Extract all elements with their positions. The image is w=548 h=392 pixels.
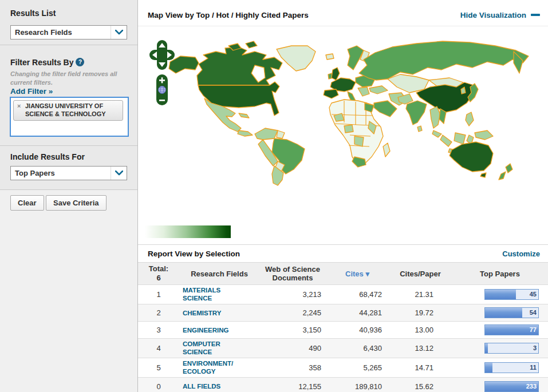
cites-per-paper-value: 15.62 bbox=[389, 382, 452, 391]
cites-per-paper-value: 19.72 bbox=[389, 308, 452, 317]
include-results-dropdown[interactable]: Top Papers bbox=[10, 166, 127, 180]
top-papers-value: 233 bbox=[526, 383, 537, 390]
divider bbox=[0, 189, 137, 190]
country-shape-uk bbox=[332, 68, 340, 80]
column-header-cites-per-paper[interactable]: Cites/Paper bbox=[389, 270, 452, 278]
table-row: 5 ENVIRONMENT/ECOLOGY 358 5,265 14.71 11 bbox=[138, 358, 548, 378]
country-shape-turkey bbox=[369, 86, 388, 94]
map-title: Map View by Top / Hot / Highly Cited Pap… bbox=[148, 11, 309, 19]
column-header-cites[interactable]: Cites ▾ bbox=[326, 270, 389, 278]
cites-per-paper-value: 13.00 bbox=[389, 326, 452, 334]
total-header: Total: 6 bbox=[138, 264, 179, 283]
top-papers-bar: 3 bbox=[484, 343, 539, 354]
filter-results-heading: Filter Results By? bbox=[10, 58, 84, 67]
row-rank: 3 bbox=[138, 326, 179, 334]
country-shape-sumatra bbox=[440, 135, 452, 146]
filter-tag[interactable]: × JIANGSU UNIVERSITY OF SCIENCE & TECHNO… bbox=[13, 100, 123, 121]
top-papers-value: 3 bbox=[533, 345, 537, 351]
docs-value: 2,245 bbox=[259, 308, 326, 317]
cites-value: 40,936 bbox=[326, 326, 389, 334]
docs-value: 3,150 bbox=[259, 326, 326, 334]
cites-value: 68,472 bbox=[326, 290, 389, 299]
column-header-wos-documents[interactable]: Web of Science Documents bbox=[259, 265, 326, 282]
top-papers-bar: 233 bbox=[484, 381, 539, 392]
country-shape-dr-congo bbox=[354, 136, 364, 146]
docs-value: 490 bbox=[259, 344, 326, 353]
country-shape-malaysia bbox=[432, 130, 441, 137]
country-shape-balkans bbox=[358, 87, 369, 96]
world-map[interactable] bbox=[141, 30, 545, 219]
row-rank: 5 bbox=[138, 363, 179, 372]
table-row: 2 CHEMISTRY 2,245 44,281 19.72 54 bbox=[138, 304, 548, 322]
continent-shape-africa bbox=[329, 100, 383, 165]
top-papers-bar: 11 bbox=[484, 362, 539, 373]
country-shape-guyanas bbox=[277, 130, 285, 138]
row-rank: 0 bbox=[138, 382, 179, 391]
add-filter-link[interactable]: Add Filter » bbox=[10, 87, 53, 96]
customize-link[interactable]: Customize bbox=[502, 250, 540, 258]
field-link[interactable]: ALL FIELDS bbox=[183, 383, 220, 391]
top-papers-value: 11 bbox=[530, 364, 537, 371]
remove-filter-icon[interactable]: × bbox=[17, 102, 21, 110]
help-icon[interactable]: ? bbox=[76, 58, 84, 66]
table-header-row: Total: 6 Research Fields Web of Science … bbox=[138, 262, 548, 285]
map-region-asia[interactable] bbox=[359, 41, 529, 137]
map-region-south-america[interactable] bbox=[255, 128, 305, 185]
choropleth-legend-gradient bbox=[145, 225, 231, 238]
map-region-north-america[interactable] bbox=[169, 41, 316, 136]
filter-tag-label: JIANGSU UNIVERSITY OF SCIENCE & TECHNOLO… bbox=[25, 102, 106, 117]
country-shape-iceland bbox=[326, 54, 334, 60]
row-rank: 2 bbox=[138, 308, 179, 317]
chevron-down-icon bbox=[111, 167, 127, 180]
column-header-research-fields[interactable]: Research Fields bbox=[179, 270, 259, 278]
save-criteria-button[interactable]: Save Criteria bbox=[46, 195, 107, 211]
hide-visualization-link[interactable]: Hide Visualization bbox=[460, 11, 540, 19]
include-results-heading: Include Results For bbox=[10, 152, 85, 161]
map-zoom-control[interactable] bbox=[156, 74, 168, 105]
cites-per-paper-value: 21.31 bbox=[389, 290, 452, 299]
divider bbox=[0, 45, 137, 45]
results-list-dropdown[interactable]: Research Fields bbox=[10, 25, 127, 39]
field-link[interactable]: CHEMISTRY bbox=[183, 310, 221, 318]
sort-descending-icon: ▾ bbox=[365, 270, 369, 278]
map-region-oceania[interactable] bbox=[440, 130, 512, 180]
country-shape-new-zealand-south bbox=[499, 172, 506, 180]
collapse-minus-icon bbox=[531, 14, 540, 16]
country-shape-new-zealand-north bbox=[506, 164, 512, 173]
include-results-dropdown-value: Top Papers bbox=[11, 169, 111, 177]
top-papers-value: 45 bbox=[530, 291, 537, 298]
cites-per-paper-value: 13.12 bbox=[389, 344, 452, 353]
country-shape-australia bbox=[450, 142, 493, 172]
top-papers-value: 54 bbox=[530, 309, 537, 316]
column-header-top-papers[interactable]: Top Papers bbox=[452, 270, 548, 278]
island-shape bbox=[246, 41, 257, 48]
map-pan-control[interactable] bbox=[149, 40, 175, 70]
country-shape-new-guinea bbox=[475, 130, 493, 140]
filter-sidebar: Results List Research Fields Filter Resu… bbox=[0, 0, 138, 392]
divider bbox=[0, 145, 137, 146]
country-shape-central-america bbox=[238, 130, 253, 136]
table-row: 0 ALL FIELDS 12,155 189,810 15.62 233 bbox=[138, 378, 548, 392]
table-row: 3 ENGINEERING 3,150 40,936 13.00 77 bbox=[138, 322, 548, 339]
country-shape-india bbox=[406, 101, 427, 125]
country-shape-myanmar-thailand bbox=[430, 106, 440, 128]
country-shape-sri-lanka bbox=[417, 126, 422, 132]
results-list-dropdown-value: Research Fields bbox=[11, 28, 111, 37]
top-papers-bar: 45 bbox=[484, 289, 539, 300]
docs-value: 3,213 bbox=[259, 290, 326, 299]
field-link[interactable]: MATERIALS SCIENCE bbox=[183, 287, 236, 303]
country-shape-colombia-venezuela bbox=[255, 128, 278, 140]
docs-value: 358 bbox=[259, 363, 326, 372]
cites-value: 5,265 bbox=[326, 363, 389, 372]
map-header-bar: Map View by Top / Hot / Highly Cited Pap… bbox=[138, 0, 548, 26]
field-link[interactable]: COMPUTER SCIENCE bbox=[183, 340, 236, 357]
visualization-panel: Map View by Top / Hot / Highly Cited Pap… bbox=[138, 0, 548, 392]
sidebar-lower-background bbox=[0, 189, 137, 392]
field-link[interactable]: ENVIRONMENT/ECOLOGY bbox=[183, 360, 236, 376]
field-link[interactable]: ENGINEERING bbox=[183, 327, 229, 335]
cites-value: 44,281 bbox=[326, 308, 389, 317]
globe-icon bbox=[159, 86, 166, 94]
cites-per-paper-value: 14.71 bbox=[389, 363, 452, 372]
table-row: 4 COMPUTER SCIENCE 490 6,430 13.12 3 bbox=[138, 339, 548, 358]
clear-button[interactable]: Clear bbox=[10, 195, 44, 211]
